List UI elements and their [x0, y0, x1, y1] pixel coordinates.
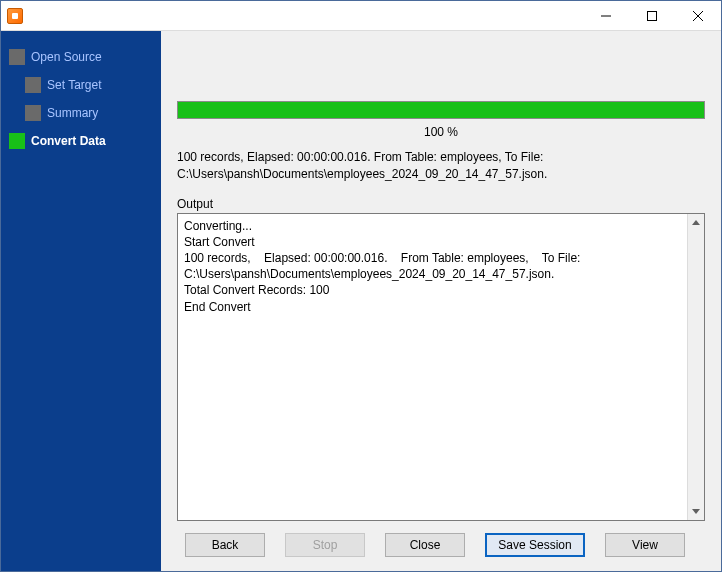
scroll-up-icon[interactable] — [688, 214, 704, 231]
minimize-button[interactable] — [583, 1, 629, 30]
sidebar-item-summary[interactable]: Summary — [1, 99, 161, 127]
close-button[interactable]: Close — [385, 533, 465, 557]
progress-percent-label: 100 % — [177, 119, 705, 149]
progress-fill — [178, 102, 704, 118]
step-indicator-icon — [25, 105, 41, 121]
save-session-button[interactable]: Save Session — [485, 533, 585, 557]
output-text[interactable]: Converting... Start Convert 100 records,… — [178, 214, 687, 520]
content-panel: 100 % 100 records, Elapsed: 00:00:00.016… — [161, 31, 721, 571]
sidebar-item-open-source[interactable]: Open Source — [1, 43, 161, 71]
titlebar — [1, 1, 721, 31]
app-icon — [7, 8, 23, 24]
sidebar-item-label: Summary — [47, 106, 98, 120]
step-indicator-icon — [9, 133, 25, 149]
back-button[interactable]: Back — [185, 533, 265, 557]
save-session-button-label: Save Session — [498, 538, 571, 552]
button-row: Back Stop Close Save Session View — [161, 521, 721, 571]
wizard-sidebar: Open Source Set Target Summary Convert D… — [1, 31, 161, 571]
view-button-label: View — [632, 538, 658, 552]
close-window-button[interactable] — [675, 1, 721, 30]
maximize-button[interactable] — [629, 1, 675, 30]
status-text: 100 records, Elapsed: 00:00:00.016. From… — [161, 149, 721, 197]
progress-bar — [177, 101, 705, 119]
close-button-label: Close — [410, 538, 441, 552]
step-indicator-icon — [25, 77, 41, 93]
sidebar-item-label: Convert Data — [31, 134, 106, 148]
sidebar-item-convert-data[interactable]: Convert Data — [1, 127, 161, 155]
output-box: Converting... Start Convert 100 records,… — [177, 213, 705, 521]
sidebar-item-label: Open Source — [31, 50, 102, 64]
output-label: Output — [177, 197, 705, 213]
step-indicator-icon — [9, 49, 25, 65]
scroll-down-icon[interactable] — [688, 503, 704, 520]
svg-rect-1 — [648, 11, 657, 20]
sidebar-item-set-target[interactable]: Set Target — [1, 71, 161, 99]
view-button[interactable]: View — [605, 533, 685, 557]
scroll-track[interactable] — [688, 231, 704, 503]
output-scrollbar[interactable] — [687, 214, 704, 520]
stop-button-label: Stop — [313, 538, 338, 552]
sidebar-item-label: Set Target — [47, 78, 101, 92]
back-button-label: Back — [212, 538, 239, 552]
stop-button: Stop — [285, 533, 365, 557]
